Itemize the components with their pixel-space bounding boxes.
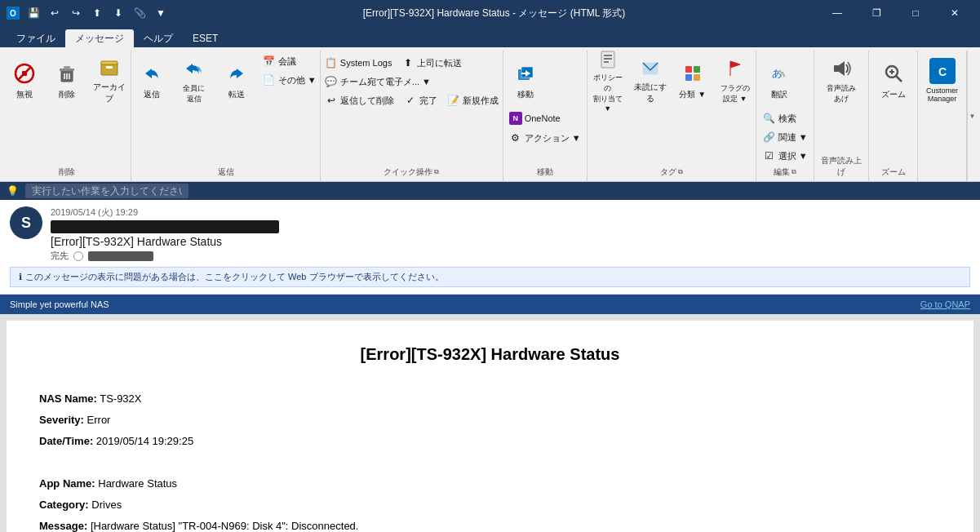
svg-rect-4 [22,71,27,76]
tab-eset[interactable]: ESET [183,29,228,47]
new-create-btn[interactable]: 📝 新規作成 [443,91,503,109]
customer-manager-btn[interactable]: C Customer Manager [922,52,963,108]
ribbon-group-zoom: ズーム ズーム [869,51,918,181]
quick-row3: ↩ 返信して削除 ✓ 完了 📝 新規作成 [321,91,503,109]
email-subject: [Error][TS-932X] Hardware Status [51,235,970,248]
tab-file[interactable]: ファイル [7,29,65,47]
qnap-banner: Simple yet powerful NAS Go to QNAP [0,295,980,314]
reply-group-label: 返信 [135,166,317,180]
command-search-input[interactable] [25,184,188,198]
delete-btn[interactable]: 削除 [47,52,87,108]
move-icon [512,60,539,86]
save-qat-btn[interactable]: 💾 [24,4,42,22]
email-meta: S 2019/05/14 (火) 19:29 [Error][TS-932X] … [10,206,970,262]
team-email-btn[interactable]: 💬 チーム宛て電子メ... ▼ [321,73,435,91]
ribbon-group-reply: 返信 全員に返信 転送 [131,51,321,181]
nas-name-label: NAS Name: [39,392,97,405]
ribbon-scroll-right[interactable]: ▼ [967,51,977,181]
related-icon: 🔗 [763,131,776,144]
severity-label: Severity: [39,414,84,426]
svg-text:O: O [10,9,16,18]
email-info: 2019/05/14 (火) 19:29 [Error][TS-932X] Ha… [51,206,970,262]
app-name-value: Hardware Status [98,477,177,490]
archive-btn[interactable]: アーカイブ [89,52,130,108]
unread-icon [637,55,663,79]
zoom-btn[interactable]: ズーム [873,52,914,108]
ribbon-group-tags-content: ポリシーの割り当て ▼ 未読にする [588,51,756,166]
svg-line-30 [896,76,902,82]
undo-qat-btn[interactable]: ↩ [46,4,64,22]
svg-rect-24 [694,74,700,81]
recipient-indicator [73,251,83,261]
onenote-btn[interactable]: N OneNote [505,109,565,127]
reply-delete-btn[interactable]: ↩ 返信して削除 [321,91,398,109]
datetime-value: 2019/05/14 19:29:25 [96,435,193,447]
system-logs-btn[interactable]: 📋 System Logs [321,54,397,72]
flag-icon [722,55,748,81]
ribbon-group-quick: 📋 System Logs ⬆ 上司に転送 💬 チーム宛て電子メ... ▼ ↩ … [321,51,503,181]
down-qat-btn[interactable]: ⬇ [109,4,127,22]
voice-read-btn[interactable]: 音声読みあげ [821,52,862,108]
edit-row1: あ A 翻訳 [759,52,800,108]
ignore-icon [11,60,38,86]
recipient-bar [88,251,153,261]
attach-qat-btn[interactable]: 📎 [131,4,149,22]
reply-btn[interactable]: 返信 [131,52,172,108]
info-bar[interactable]: ℹ このメッセージの表示に問題がある場合は、ここをクリックして Web ブラウザ… [10,267,970,287]
reply-all-btn[interactable]: 全員に返信 [174,52,215,108]
tags-expand-icon[interactable]: ⧉ [678,168,683,176]
related-btn[interactable]: 🔗 関連 ▼ [759,128,812,146]
redo-qat-btn[interactable]: ↪ [67,4,85,22]
datetime-row: Date/Time: 2019/05/14 19:29:25 [39,431,941,452]
expand-icon[interactable]: ⧉ [434,168,439,176]
ignore-btn[interactable]: 無視 [4,52,45,108]
message-row: Message: [Hardware Status] "TR-004-N969:… [39,516,941,532]
window-controls: — ❐ □ ✕ [818,0,973,26]
move-btn[interactable]: 移動 [505,52,546,108]
forward-icon [224,60,250,86]
ribbon-group-tags: ポリシーの割り当て ▼ 未読にする [588,51,756,181]
tab-message[interactable]: メッセージ [65,29,134,47]
actions-btn[interactable]: ⚙ アクション ▼ [505,129,585,147]
severity-row: Severity: Error [39,410,941,431]
svg-rect-13 [106,66,113,69]
new-icon: 📝 [447,94,460,107]
select-btn[interactable]: ☑ 選択 ▼ [759,147,812,165]
email-body-title: [Error][TS-932X] Hardware Status [39,345,941,364]
tab-help[interactable]: ヘルプ [134,29,183,47]
complete-btn[interactable]: ✓ 完了 [400,91,441,109]
delete-icon [54,60,80,86]
go-to-qnap-link[interactable]: Go to QNAP [920,299,970,309]
qat-more-btn[interactable]: ▼ [152,4,170,22]
close-btn[interactable]: ✕ [936,0,973,26]
restore-btn[interactable]: ❐ [858,0,895,26]
policy-btn[interactable]: ポリシーの割り当て ▼ [588,52,628,108]
forward-btn[interactable]: 転送 [216,52,257,108]
svg-text:A: A [780,70,786,78]
up-qat-btn[interactable]: ⬆ [88,4,106,22]
outlook-icon: O [7,7,20,20]
other-reply-btn[interactable]: 📄 その他 ▼ [259,71,321,89]
to-supervisor-btn[interactable]: ⬆ 上司に転送 [397,54,466,72]
category-btn[interactable]: 分類 ▼ [672,52,713,108]
customer-manager-icon: C [929,58,956,84]
ribbon-group-move: 移動 N OneNote ⚙ アクション ▼ 移動 [503,51,588,181]
ribbon-group-edit-content: あ A 翻訳 🔍 検索 🔗 関連 ▼ [759,51,812,166]
flag-btn[interactable]: フラグの設定 ▼ [715,52,756,108]
team-icon: 💬 [325,75,338,88]
minimize-btn[interactable]: — [818,0,856,26]
nas-name-value: TS-932X [100,392,141,405]
title-bar: O 💾 ↩ ↪ ⬆ ⬇ 📎 ▼ [Error][TS-932X] Hardwar… [0,0,980,26]
meeting-btn[interactable]: 📅 会議 [259,52,321,70]
search-btn[interactable]: 🔍 検索 [759,109,812,127]
edit-expand-icon[interactable]: ⧉ [792,168,796,176]
message-label: Message: [39,520,87,532]
svg-text:C: C [938,65,946,78]
unread-btn[interactable]: 未読にする [630,52,671,108]
svg-rect-16 [601,51,614,68]
translate-btn[interactable]: あ A 翻訳 [759,52,800,108]
onenote-icon: N [509,112,522,125]
reply-icon [139,60,165,86]
maximize-btn[interactable]: □ [897,0,934,26]
policy-icon [595,47,621,70]
